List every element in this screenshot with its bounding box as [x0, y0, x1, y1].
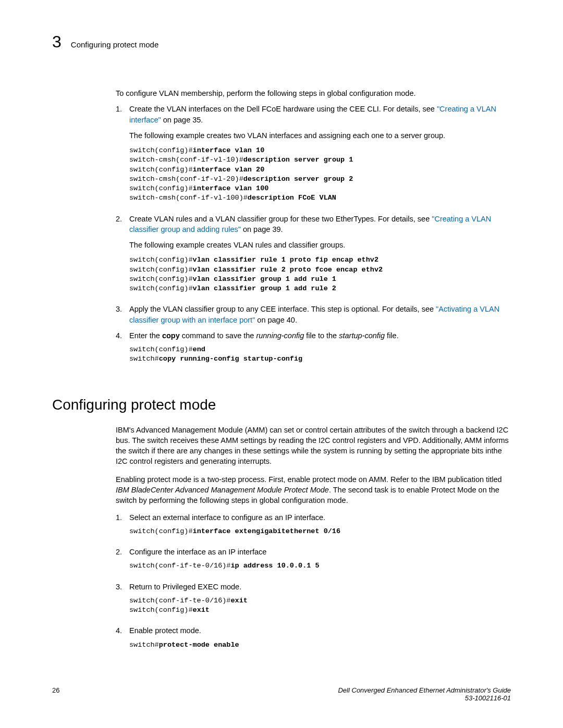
command: exit — [193, 606, 210, 614]
step-number: 4. — [116, 625, 129, 657]
prompt: switch(config)# — [129, 166, 193, 174]
filename: running-config — [256, 331, 304, 340]
sec2-step-3: 3. Return to Privileged EXEC mode. switc… — [116, 582, 511, 623]
code-block: switch(config)#interface vlan 10 switch-… — [129, 146, 511, 203]
publication-title: IBM BladeCenter Advanced Management Modu… — [116, 486, 329, 494]
prompt: switch(conf-if-te-0/16)# — [129, 562, 230, 570]
step-body: Enter the copy command to save the runni… — [129, 330, 511, 372]
prompt: switch# — [129, 355, 159, 363]
command: vlan classifier rule 1 proto fip encap e… — [193, 256, 378, 264]
section-paragraph: Enabling protect mode is a two-step proc… — [116, 474, 511, 506]
prompt: switch-cmsh(conf-if-vl-10)# — [129, 156, 243, 164]
step-2: 2. Create VLAN rules and a VLAN classifi… — [116, 214, 511, 301]
command: vlan classifier group 1 add rule 1 — [193, 275, 336, 283]
step-text-after: on page 40. — [255, 316, 297, 324]
command: interface extengigabitethernet 0/16 — [193, 527, 341, 535]
step-1: 1. Create the VLAN interfaces on the Del… — [116, 104, 511, 210]
footer-right: Dell Converged Enhanced Ethernet Adminis… — [338, 686, 511, 702]
step-text: Enable protect mode. — [129, 626, 201, 635]
command: description FCoE VLAN — [248, 194, 336, 202]
chapter-number: 3 — [52, 32, 62, 52]
command: description server group 2 — [243, 175, 353, 183]
step-text: Select an external interface to configur… — [129, 513, 325, 522]
prompt: switch(config)# — [129, 275, 193, 283]
prompt: switch# — [129, 641, 159, 649]
step-number: 2. — [116, 214, 129, 301]
step-text: command to save the — [180, 331, 256, 340]
step-text: Create the VLAN interfaces on the Dell F… — [129, 105, 437, 113]
prompt: switch(config)# — [129, 346, 193, 353]
step-body: Return to Privileged EXEC mode. switch(c… — [129, 582, 511, 623]
doc-title: Dell Converged Enhanced Ethernet Adminis… — [338, 686, 511, 694]
step-4: 4. Enter the copy command to save the ru… — [116, 330, 511, 372]
step-number: 1. — [116, 104, 129, 210]
prompt: switch(config)# — [129, 285, 193, 292]
code-block: switch(config)#end switch#copy running-c… — [129, 345, 511, 364]
command: interface vlan 20 — [193, 166, 265, 174]
step-text: Apply the VLAN classifier group to any C… — [129, 305, 436, 313]
command: vlan classifier group 1 add rule 2 — [193, 285, 336, 292]
step-text: file to the — [304, 331, 339, 340]
section-paragraph: IBM's Advanced Management Module (AMM) c… — [116, 425, 511, 467]
command-name: copy — [162, 331, 180, 340]
step-body: Select an external interface to configur… — [129, 512, 511, 544]
prompt: switch-cmsh(conf-if-vl-100)# — [129, 194, 248, 202]
step-text: Configure the interface as an IP interfa… — [129, 548, 266, 556]
sec2-step-4: 4. Enable protect mode. switch#protect-m… — [116, 625, 511, 657]
prompt: switch(config)# — [129, 606, 193, 614]
step-3: 3. Apply the VLAN classifier group to an… — [116, 304, 511, 325]
step-text: Enter the — [129, 331, 162, 340]
section-content: IBM's Advanced Management Module (AMM) c… — [116, 425, 511, 657]
code-block: switch(conf-if-te-0/16)#ip address 10.0.… — [129, 561, 511, 571]
step-sub: The following example creates two VLAN i… — [129, 130, 511, 141]
page-footer: 26 Dell Converged Enhanced Ethernet Admi… — [52, 686, 511, 702]
code-block: switch#protect-mode enable — [129, 640, 511, 650]
step-sub: The following example creates VLAN rules… — [129, 240, 511, 250]
text: Enabling protect mode is a two-step proc… — [116, 475, 502, 484]
section-heading: Configuring protect mode — [52, 397, 511, 413]
prompt: switch-cmsh(conf-if-vl-20)# — [129, 175, 243, 183]
step-text-after: on page 39. — [241, 225, 283, 233]
command: copy running-config startup-config — [159, 355, 302, 363]
command: interface vlan 10 — [193, 146, 265, 154]
step-body: Create VLAN rules and a VLAN classifier … — [129, 214, 511, 301]
step-number: 3. — [116, 582, 129, 623]
prompt: switch(config)# — [129, 146, 193, 154]
sec2-step-2: 2. Configure the interface as an IP inte… — [116, 547, 511, 578]
step-text: Return to Privileged EXEC mode. — [129, 583, 241, 591]
command: ip address 10.0.0.1 5 — [230, 562, 319, 570]
command: vlan classifier rule 2 proto fcoe encap … — [193, 266, 383, 274]
code-block: switch(config)#interface extengigabiteth… — [129, 527, 511, 536]
step-body: Configure the interface as an IP interfa… — [129, 547, 511, 578]
step-number: 1. — [116, 512, 129, 544]
step-number: 3. — [116, 304, 129, 325]
step-body: Enable protect mode. switch#protect-mode… — [129, 625, 511, 657]
step-number: 4. — [116, 330, 129, 372]
sec2-step-1: 1. Select an external interface to confi… — [116, 512, 511, 544]
doc-id: 53-1002116-01 — [338, 694, 511, 702]
command: interface vlan 100 — [193, 184, 269, 192]
step-text-after: on page 35. — [161, 116, 203, 124]
prompt: switch(conf-if-te-0/16)# — [129, 597, 230, 604]
code-block: switch(conf-if-te-0/16)#exit switch(conf… — [129, 596, 511, 615]
intro-paragraph: To configure VLAN membership, perform th… — [116, 88, 511, 98]
step-body: Apply the VLAN classifier group to any C… — [129, 304, 511, 325]
page-header: 3 Configuring protect mode — [52, 32, 511, 52]
command: description server group 1 — [243, 156, 353, 164]
prompt: switch(config)# — [129, 256, 193, 264]
prompt: switch(config)# — [129, 527, 193, 535]
prompt: switch(config)# — [129, 266, 193, 274]
step-body: Create the VLAN interfaces on the Dell F… — [129, 104, 511, 210]
prompt: switch(config)# — [129, 184, 193, 192]
step-text: file. — [385, 331, 399, 340]
step-number: 2. — [116, 547, 129, 578]
main-content: To configure VLAN membership, perform th… — [116, 88, 511, 372]
filename: startup-config — [339, 331, 385, 340]
command: exit — [230, 597, 247, 604]
page-number: 26 — [52, 686, 59, 702]
command: end — [193, 346, 205, 353]
code-block: switch(config)#vlan classifier rule 1 pr… — [129, 255, 511, 293]
header-title: Configuring protect mode — [71, 40, 158, 49]
step-text: Create VLAN rules and a VLAN classifier … — [129, 215, 432, 223]
command: protect-mode enable — [159, 641, 239, 649]
